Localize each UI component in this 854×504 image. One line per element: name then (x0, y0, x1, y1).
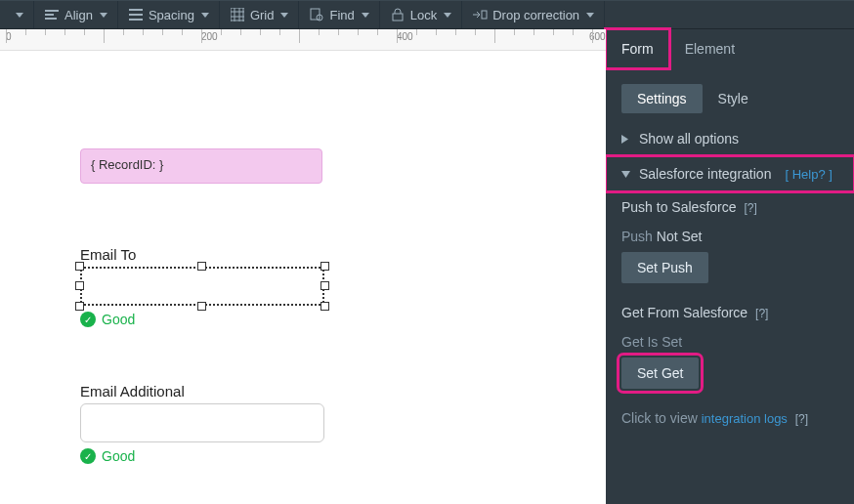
resize-handle[interactable] (320, 262, 329, 271)
field-block-email-additional: Email Additional ✓ Good (80, 383, 324, 464)
caret-icon (201, 13, 209, 18)
tab-label: Form (621, 41, 654, 57)
resize-handle[interactable] (320, 302, 329, 311)
resize-handle[interactable] (75, 262, 84, 271)
accordion-show-all[interactable]: Show all options (606, 121, 854, 156)
toolbar-label: Find (329, 8, 354, 22)
field-label: Email To (80, 246, 324, 263)
panel-tabs: Form Element (606, 29, 854, 68)
toolbar-item-align[interactable]: Align (34, 1, 118, 28)
svg-marker-16 (586, 13, 594, 18)
selection-outline (80, 267, 324, 306)
toolbar-label: Align (64, 8, 93, 22)
svg-rect-15 (482, 11, 487, 19)
subtab-label: Style (718, 91, 748, 106)
resize-handle[interactable] (75, 281, 84, 290)
ruler-label: 200 (201, 31, 218, 42)
align-icon (44, 7, 60, 22)
resize-handle[interactable] (197, 262, 206, 271)
spacing-icon (128, 7, 144, 22)
logs-row: Click to view integration logs [?] (606, 402, 854, 440)
find-icon (309, 7, 324, 22)
field-label: Email Additional (80, 383, 324, 399)
drop-correction-icon (472, 7, 488, 22)
set-get-button[interactable]: Set Get (621, 357, 699, 389)
toolbar-label: Spacing (149, 8, 194, 22)
svg-rect-5 (129, 9, 143, 11)
properties-panel: Form Element Settings Style Show all opt… (606, 29, 854, 504)
set-push-button[interactable]: Set Push (621, 252, 708, 283)
check-circle-icon: ✓ (80, 448, 96, 464)
caret-icon (362, 13, 369, 18)
subtab-label: Settings (637, 91, 687, 106)
help-q-icon[interactable]: [?] (755, 307, 768, 320)
help-q-icon[interactable]: [?] (795, 412, 808, 426)
push-group: Push to Salesforce [?] Push Not Set Set … (606, 191, 854, 297)
svg-rect-10 (311, 9, 320, 20)
horizontal-ruler: 0 200 400 600 (0, 29, 606, 51)
ruler-label: 400 (397, 31, 413, 42)
triangle-down-icon (621, 171, 631, 178)
svg-marker-12 (362, 13, 369, 18)
svg-marker-0 (16, 13, 23, 18)
logs-prefix: Click to view (621, 410, 702, 426)
svg-marker-9 (280, 13, 288, 18)
button-label: Set Get (637, 365, 683, 381)
toolbar-item-unknown-left[interactable] (4, 1, 34, 28)
resize-handle[interactable] (320, 281, 329, 290)
get-heading: Get From Salesforce [?] (621, 305, 838, 320)
design-canvas-area: 0 200 400 600 { RecordID: } Email To (0, 29, 606, 504)
toolbar-label: Lock (410, 8, 437, 22)
lock-icon (390, 7, 406, 22)
toolbar-item-drop-correction[interactable]: Drop correction (462, 1, 605, 28)
button-label: Set Push (637, 260, 693, 275)
push-status: Push Not Set (621, 229, 838, 244)
accordion-label: Show all options (639, 131, 739, 147)
record-id-text: { RecordID: } (91, 157, 163, 172)
selected-input[interactable] (80, 267, 324, 306)
validation-text: Good (102, 312, 135, 327)
resize-handle[interactable] (197, 302, 206, 311)
accordion-label: Salesforce integration (639, 166, 771, 182)
svg-rect-2 (45, 14, 54, 16)
caret-icon (586, 13, 594, 18)
validation-good: ✓ Good (80, 312, 324, 327)
toolbar-item-lock[interactable]: Lock (380, 1, 462, 28)
toolbar-item-spacing[interactable]: Spacing (118, 1, 220, 28)
resize-handle[interactable] (75, 302, 84, 311)
panel-tab-form[interactable]: Form (606, 29, 669, 68)
svg-marker-4 (100, 13, 107, 18)
svg-rect-6 (129, 14, 143, 16)
caret-icon (100, 13, 107, 18)
field-block-email-to: Email To (80, 246, 324, 327)
canvas[interactable]: { RecordID: } Email To (0, 51, 606, 504)
text-input[interactable] (80, 403, 324, 442)
tab-label: Element (685, 41, 735, 57)
svg-rect-1 (45, 10, 59, 12)
check-circle-icon: ✓ (80, 312, 96, 327)
subtab-style[interactable]: Style (703, 84, 764, 113)
validation-good: ✓ Good (80, 448, 324, 464)
subtab-settings[interactable]: Settings (621, 84, 703, 113)
help-text: Help? (792, 167, 826, 182)
grid-icon (230, 7, 245, 22)
svg-rect-3 (45, 18, 57, 20)
toolbar-item-find[interactable]: Find (299, 1, 379, 28)
svg-marker-8 (201, 13, 209, 18)
accordion-salesforce[interactable]: Salesforce integration [ Help? ] (606, 156, 854, 191)
record-id-placeholder[interactable]: { RecordID: } (80, 148, 322, 184)
triangle-right-icon (621, 135, 631, 144)
help-link[interactable]: [ Help? ] (785, 167, 832, 182)
integration-logs-link[interactable]: integration logs (702, 411, 788, 426)
toolbar-label: Grid (250, 8, 275, 22)
caret-icon (444, 13, 451, 18)
get-status: Get Is Set (621, 334, 838, 350)
caret-icon (16, 13, 23, 18)
push-heading: Push to Salesforce [?] (621, 199, 838, 215)
panel-tab-element[interactable]: Element (669, 29, 750, 68)
svg-rect-7 (129, 19, 143, 21)
help-q-icon[interactable]: [?] (744, 201, 756, 215)
svg-marker-18 (621, 171, 630, 178)
toolbar-item-grid[interactable]: Grid (220, 1, 300, 28)
panel-subtabs: Settings Style (606, 68, 854, 121)
